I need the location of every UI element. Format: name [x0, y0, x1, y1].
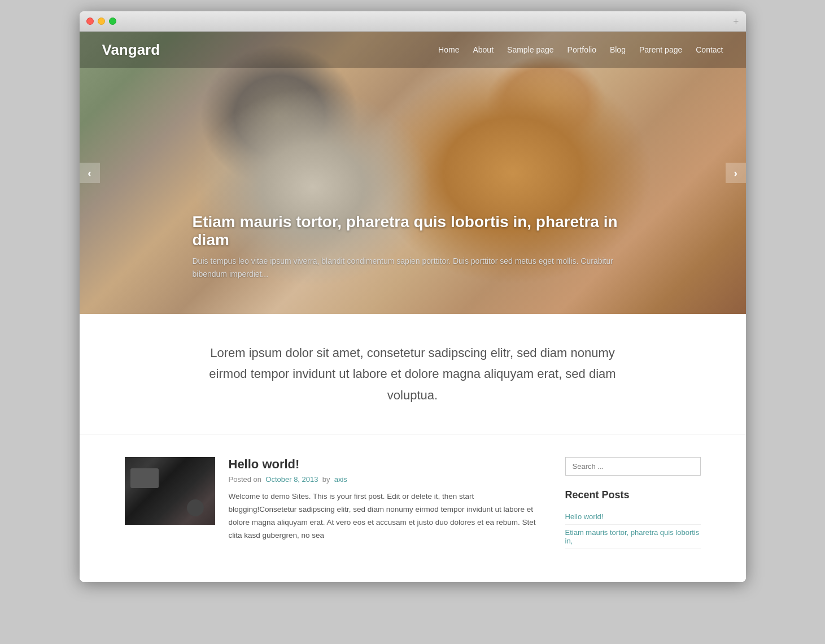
nav-item-home[interactable]: Home [438, 45, 459, 55]
nav-links: Home About Sample page Portfolio Blog [438, 45, 723, 55]
titlebar: + [80, 11, 746, 32]
nav-item-parent[interactable]: Parent page [639, 45, 682, 55]
recent-post-link-2[interactable]: Etiam mauris tortor, pharetra quis lobor… [565, 528, 700, 545]
browser-window: + Vangard Home About Sample page [80, 11, 746, 582]
nav-link-sample[interactable]: Sample page [507, 45, 554, 54]
recent-posts-list: Hello world! Etiam mauris tortor, pharet… [565, 509, 701, 549]
post-thumbnail [125, 457, 215, 525]
nav-item-sample[interactable]: Sample page [507, 45, 554, 55]
nav-link-portfolio[interactable]: Portfolio [568, 45, 596, 54]
hero-section: Vangard Home About Sample page Portfolio [80, 32, 746, 314]
nav-link-about[interactable]: About [473, 45, 494, 54]
nav-item-blog[interactable]: Blog [610, 45, 626, 55]
post-date-link[interactable]: October 8, 2013 [265, 475, 318, 484]
hero-caption: Etiam mauris tortor, pharetra quis lobor… [193, 213, 633, 280]
search-input[interactable] [565, 457, 701, 476]
traffic-lights [86, 18, 116, 25]
nav-item-about[interactable]: About [473, 45, 494, 55]
slider-prev-button[interactable]: ‹ [80, 163, 100, 183]
post-meta: Posted on October 8, 2013 by axis [229, 475, 543, 484]
nav-item-portfolio[interactable]: Portfolio [568, 45, 596, 55]
chevron-left-icon: ‹ [88, 167, 91, 180]
recent-posts-title: Recent Posts [565, 489, 701, 501]
nav-link-parent[interactable]: Parent page [639, 45, 682, 54]
post-author-link[interactable]: axis [334, 475, 347, 484]
nav-link-home[interactable]: Home [438, 45, 459, 54]
site-title[interactable]: Vangard [102, 41, 160, 59]
list-item: Etiam mauris tortor, pharetra quis lobor… [565, 525, 701, 549]
hero-caption-text: Duis tempus leo vitae ipsum viverra, bla… [193, 255, 633, 280]
post-title[interactable]: Hello world! [229, 457, 543, 472]
site-nav: Vangard Home About Sample page Portfolio [80, 32, 746, 68]
nav-item-contact[interactable]: Contact [696, 45, 723, 55]
new-tab-button[interactable]: + [733, 16, 739, 27]
content-area: Hello world! Posted on October 8, 2013 b… [80, 434, 746, 582]
list-item: Hello world! [565, 509, 701, 525]
post-article: Hello world! Posted on October 8, 2013 b… [125, 457, 543, 542]
site-content: Vangard Home About Sample page Portfolio [80, 32, 746, 582]
nav-link-contact[interactable]: Contact [696, 45, 723, 54]
intro-text: Lorem ipsum dolor sit amet, consetetur s… [201, 342, 625, 406]
recent-post-link-1[interactable]: Hello world! [565, 512, 604, 521]
post-body: Welcome to demo Sites. This is your firs… [229, 490, 543, 542]
close-button[interactable] [86, 18, 94, 25]
post-author-prefix: by [322, 475, 330, 484]
post-content: Hello world! Posted on October 8, 2013 b… [229, 457, 543, 542]
sidebar: Recent Posts Hello world! Etiam mauris t… [565, 457, 701, 559]
slider-next-button[interactable]: › [726, 163, 746, 183]
nav-link-blog[interactable]: Blog [610, 45, 626, 54]
intro-section: Lorem ipsum dolor sit amet, consetetur s… [80, 314, 746, 434]
chevron-right-icon: › [734, 167, 737, 180]
minimize-button[interactable] [98, 18, 105, 25]
post-meta-prefix: Posted on [229, 475, 262, 484]
maximize-button[interactable] [109, 18, 116, 25]
hero-caption-title: Etiam mauris tortor, pharetra quis lobor… [193, 213, 633, 249]
main-content: Hello world! Posted on October 8, 2013 b… [125, 457, 543, 559]
